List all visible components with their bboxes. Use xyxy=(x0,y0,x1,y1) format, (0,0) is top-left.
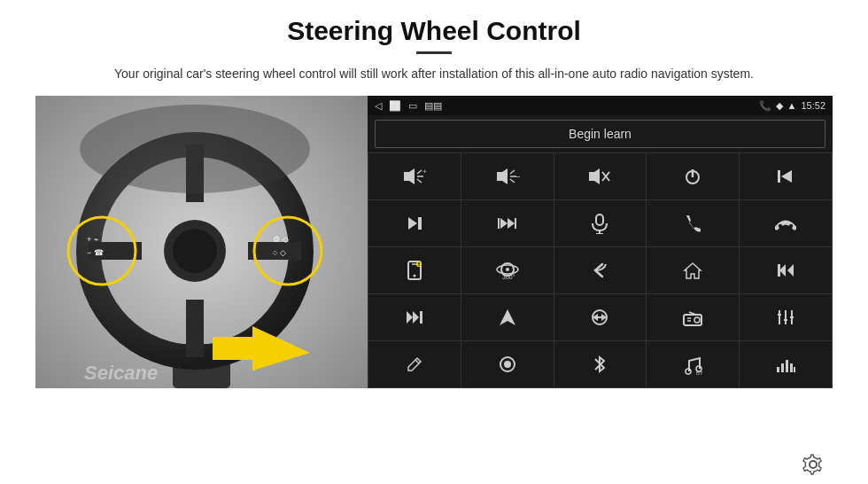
svg-rect-69 xyxy=(684,315,701,325)
svg-point-82 xyxy=(504,361,511,368)
svg-marker-59 xyxy=(779,264,786,277)
recents-nav-icon[interactable]: ▭ xyxy=(408,100,417,112)
svg-point-48 xyxy=(413,275,415,277)
bluetooth-button[interactable] xyxy=(554,341,647,387)
settings-button[interactable] xyxy=(797,449,829,480)
phone-source-button[interactable] xyxy=(368,247,461,293)
steering-wheel-image: + ⌁ − ☎ ⚙ ◇ ○ ◇ Seicane xyxy=(35,96,368,388)
svg-marker-35 xyxy=(781,170,792,183)
spectrum-button[interactable] xyxy=(740,341,832,387)
svg-marker-62 xyxy=(413,311,419,324)
svg-rect-88 xyxy=(786,360,788,372)
svg-marker-40 xyxy=(508,218,515,229)
svg-rect-17 xyxy=(213,337,261,360)
record-button[interactable] xyxy=(461,341,554,387)
swap-button[interactable] xyxy=(554,294,647,340)
fast-forward-button[interactable] xyxy=(461,200,554,246)
svg-text:−  ☎: − ☎ xyxy=(87,248,104,257)
svg-text:+: + xyxy=(422,168,427,176)
android-screen: ◁ ⬜ ▭ ▤▤ 📞 ◆ ▲ 15:52 Begin learn xyxy=(368,96,833,388)
svg-marker-39 xyxy=(500,218,508,229)
rewind-button[interactable] xyxy=(740,247,832,293)
svg-rect-79 xyxy=(790,316,794,318)
svg-line-80 xyxy=(415,360,419,363)
svg-rect-90 xyxy=(794,367,795,372)
svg-marker-64 xyxy=(500,309,515,325)
svg-rect-86 xyxy=(777,367,779,372)
music-button[interactable]: BT xyxy=(647,341,739,387)
svg-marker-57 xyxy=(685,263,701,278)
svg-rect-87 xyxy=(781,363,784,372)
radio-button[interactable] xyxy=(647,294,739,340)
svg-line-25 xyxy=(510,170,515,174)
content-row: + ⌁ − ☎ ⚙ ◇ ○ ◇ Seicane ◁ ⬜ ▭ ▤▤ xyxy=(35,96,833,484)
svg-text:−: − xyxy=(515,172,520,182)
page-subtitle: Your original car's steering wheel contr… xyxy=(114,65,754,83)
svg-text:Seicane: Seicane xyxy=(84,362,158,384)
navigate-button[interactable] xyxy=(461,294,554,340)
svg-text:360°: 360° xyxy=(502,274,515,280)
next-button[interactable] xyxy=(368,200,461,246)
svg-text:○  ◇: ○ ◇ xyxy=(273,248,286,257)
svg-marker-19 xyxy=(404,168,415,184)
svg-rect-42 xyxy=(596,215,603,225)
svg-marker-61 xyxy=(407,311,413,324)
mute-button[interactable] xyxy=(554,153,647,199)
home-nav-button[interactable] xyxy=(647,247,739,293)
vol-up-button[interactable]: + xyxy=(368,153,461,199)
sim-icon: ▤▤ xyxy=(424,100,442,112)
svg-line-27 xyxy=(510,179,515,183)
home-nav-icon[interactable]: ⬜ xyxy=(389,100,401,112)
svg-line-22 xyxy=(417,179,422,183)
svg-point-9 xyxy=(80,105,310,193)
svg-rect-63 xyxy=(420,311,422,324)
svg-rect-34 xyxy=(778,170,780,183)
gear-icon xyxy=(801,452,825,477)
view-360-button[interactable]: 360° xyxy=(461,247,554,293)
power-button[interactable] xyxy=(647,153,739,199)
svg-marker-60 xyxy=(787,264,794,277)
svg-marker-24 xyxy=(497,168,508,184)
back-nav-icon[interactable]: ◁ xyxy=(375,100,382,112)
time-display: 15:52 xyxy=(801,100,825,111)
page-wrapper: Steering Wheel Control Your original car… xyxy=(0,0,868,484)
skip-forward-button[interactable] xyxy=(368,294,461,340)
svg-point-91 xyxy=(810,461,817,468)
hangup-button[interactable] xyxy=(740,200,832,246)
svg-rect-89 xyxy=(790,363,793,372)
page-title: Steering Wheel Control xyxy=(287,16,581,46)
svg-marker-36 xyxy=(408,217,417,230)
svg-point-8 xyxy=(173,229,217,273)
status-bar-right: 📞 ◆ ▲ 15:52 xyxy=(759,100,825,112)
svg-text:⚙  ◇: ⚙ ◇ xyxy=(273,235,289,244)
status-bar: ◁ ⬜ ▭ ▤▤ 📞 ◆ ▲ 15:52 xyxy=(368,96,833,115)
svg-marker-29 xyxy=(589,168,600,184)
mic-button[interactable] xyxy=(554,200,647,246)
status-bar-left: ◁ ⬜ ▭ ▤▤ xyxy=(375,100,442,112)
edit-button[interactable] xyxy=(368,341,461,387)
svg-text:+  ⌁: + ⌁ xyxy=(87,235,98,244)
svg-point-70 xyxy=(694,317,700,323)
svg-rect-37 xyxy=(418,217,422,230)
equalizer-button[interactable] xyxy=(740,294,832,340)
title-divider xyxy=(416,51,452,54)
signal-icon: ▲ xyxy=(787,100,797,111)
prev-track-button[interactable] xyxy=(740,153,832,199)
svg-text:BT: BT xyxy=(696,371,703,375)
call-button[interactable] xyxy=(647,200,739,246)
vol-down-button[interactable]: − xyxy=(461,153,554,199)
wifi-icon: ◆ xyxy=(776,100,783,112)
back-nav-button[interactable] xyxy=(554,247,647,293)
svg-point-54 xyxy=(506,268,509,271)
svg-rect-77 xyxy=(778,314,781,316)
phone-signal-icon: 📞 xyxy=(759,100,771,112)
svg-line-20 xyxy=(417,170,422,174)
svg-rect-78 xyxy=(784,319,787,321)
begin-learn-button[interactable]: Begin learn xyxy=(375,120,825,148)
icon-grid: + − xyxy=(368,152,833,388)
